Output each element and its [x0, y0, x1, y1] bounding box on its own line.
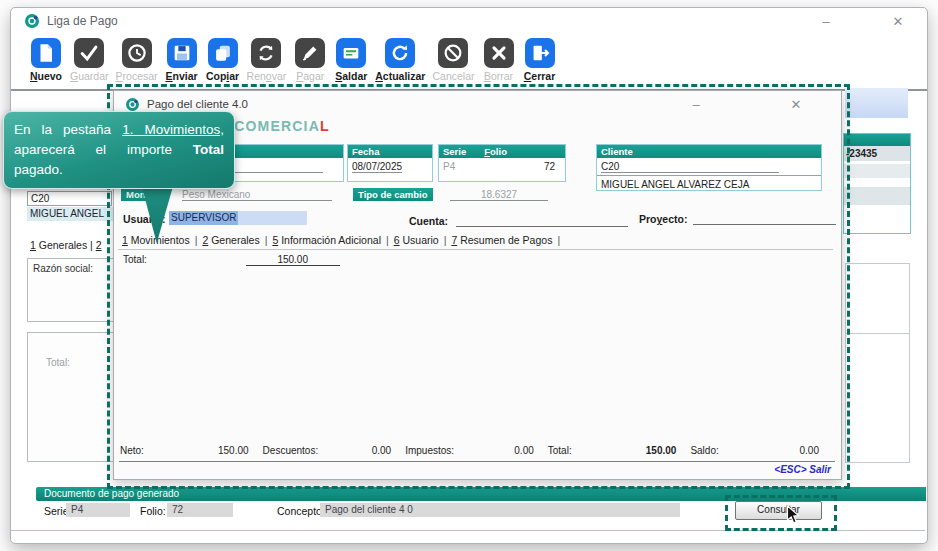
- footer-folio-label: Folio:: [140, 505, 166, 517]
- save-check-icon: [74, 38, 104, 68]
- minimize-button[interactable]: –: [811, 14, 841, 29]
- bg-total-label: Total:: [28, 333, 114, 368]
- serie-value: P4: [443, 161, 455, 172]
- total-pair: Total:150.00: [548, 445, 691, 456]
- contpaq-app-icon: [25, 14, 39, 28]
- moneda-value: Peso Mexicano: [182, 189, 332, 201]
- bg-highlight-panel: [845, 88, 908, 118]
- dialog-tab-strip: 1 Movimientos|2 Generales|5 Información …: [122, 234, 565, 246]
- window-title: Liga de Pago: [47, 14, 118, 28]
- footer-concepto-label: Concepto:: [277, 505, 325, 517]
- close-button[interactable]: ✕: [883, 14, 913, 29]
- footer-folio-field: 72: [167, 503, 233, 517]
- cliente-code-value[interactable]: C20: [597, 158, 821, 176]
- toolbar-button-actualizar[interactable]: Actualizar: [375, 38, 425, 82]
- copy-icon: [208, 38, 238, 68]
- serie-label: Serie: [443, 145, 466, 158]
- contpaq-dialog-icon: [126, 98, 139, 111]
- dialog-close-button[interactable]: ✕: [781, 97, 811, 112]
- toolbar-button-nuevo[interactable]: Nuevo: [29, 38, 63, 82]
- toolbar-button-guardar[interactable]: Guardar: [70, 38, 109, 82]
- cliente-label: Cliente: [601, 145, 633, 158]
- consultar-button[interactable]: Consultar: [735, 501, 822, 520]
- toolbar-button-pagar[interactable]: Pagar: [293, 38, 327, 82]
- exit-door-icon: [525, 38, 555, 68]
- bg-cliente-name-field: MIGUEL ANGEL: [27, 207, 116, 221]
- screenshot-stage: Liga de Pago – ✕ Nuevo Guardar: [0, 0, 938, 551]
- cliente-box: Cliente C20 MIGUEL ANGEL ALVAREZ CEJA: [596, 144, 822, 191]
- toolbar-button-cerrar[interactable]: Cerrar: [523, 38, 557, 82]
- toolbar-button-copiar[interactable]: Copiar: [206, 38, 240, 82]
- send-floppy-icon: [167, 38, 197, 68]
- tab-usuario[interactable]: 6 Usuario: [394, 234, 439, 246]
- folio-label: Folio: [484, 145, 507, 158]
- bg-razon-social-label: Razón social:: [28, 259, 114, 274]
- descuentos-pair: Descuentos:0.00: [263, 445, 406, 456]
- bg-panel-upper: [845, 263, 910, 335]
- cuenta-label: Cuenta:: [409, 215, 448, 227]
- fecha-box: Fecha 08/07/2025: [347, 144, 433, 182]
- tipo-cambio-label: Tipo de cambio: [353, 188, 433, 201]
- new-document-icon: [31, 38, 61, 68]
- cuenta-field[interactable]: [456, 213, 628, 227]
- dialog-title: Pago del cliente 4.0: [147, 98, 248, 110]
- footer-serie-field: P4: [66, 503, 130, 517]
- pay-pen-icon: [295, 38, 325, 68]
- proyecto-label: Proyecto:: [639, 213, 687, 225]
- usuario-field[interactable]: SUPERVISOR: [169, 211, 307, 225]
- neto-pair: Neto:150.00: [120, 445, 263, 456]
- impuestos-pair: Impuestos:0.00: [405, 445, 548, 456]
- toolbar-button-borrar[interactable]: Borrar: [482, 38, 516, 82]
- bg-total-box: Total:: [27, 332, 115, 462]
- fecha-label: Fecha: [352, 145, 379, 158]
- main-toolbar: Nuevo Guardar Procesar Enviar: [11, 34, 927, 91]
- callout-movimientos-link: 1. Movimientos,: [122, 122, 224, 137]
- toolbar-button-enviar[interactable]: Enviar: [165, 38, 199, 82]
- settle-banknote-icon: [336, 38, 366, 68]
- window-titlebar: Liga de Pago – ✕: [11, 8, 927, 34]
- toolbar-button-cancelar[interactable]: Cancelar: [432, 38, 474, 82]
- total-label: Total:: [123, 254, 147, 265]
- folio-value: 72: [455, 161, 561, 172]
- total-value[interactable]: 150.00: [246, 254, 340, 266]
- mouse-cursor: [786, 505, 801, 529]
- bg-folio-box-header: [844, 134, 910, 146]
- bg-panel-lower: [845, 333, 910, 463]
- cancel-prohibited-icon: [438, 38, 468, 68]
- tab-resumen-de-pagos[interactable]: 7 Resumen de Pagos: [451, 234, 552, 246]
- bg-folio-box: -23435: [843, 133, 911, 234]
- saldo-pair: Saldo:0.00: [690, 445, 833, 456]
- footer-concepto-field: Pago del cliente 4 0: [320, 503, 680, 517]
- delete-x-icon: [484, 38, 514, 68]
- toolbar-button-procesar[interactable]: Procesar: [116, 38, 158, 82]
- proyecto-field[interactable]: [693, 211, 836, 225]
- documento-generado-header: Documento de pago generado: [36, 487, 926, 501]
- bg-doc-number: -23435: [844, 146, 910, 161]
- renew-sync-icon: [251, 38, 281, 68]
- tipo-cambio-value: 18.6327: [450, 189, 548, 201]
- dialog-totals-row: Neto:150.00 Descuentos:0.00 Impuestos:0.…: [120, 445, 833, 456]
- tab-generales[interactable]: 2 Generales: [202, 234, 259, 246]
- usuario-value: SUPERVISOR: [169, 211, 238, 225]
- bg-razon-social-box: Razón social:: [27, 258, 115, 322]
- tab-informacion-adicional[interactable]: 5 Información Adicional: [272, 234, 381, 246]
- fecha-value[interactable]: 08/07/2025: [348, 158, 432, 173]
- esc-salir-link[interactable]: <ESC> Salir: [774, 464, 831, 475]
- bg-cliente-code-field[interactable]: C20: [27, 191, 112, 206]
- refresh-icon: [385, 38, 415, 68]
- process-clock-icon: [122, 38, 152, 68]
- movimientos-total-row: Total: 150.00: [123, 254, 340, 266]
- toolbar-button-saldar[interactable]: Saldar: [334, 38, 368, 82]
- bg-tab-generales[interactable]: 1 Generales | 2: [30, 239, 114, 251]
- toolbar-button-renovar[interactable]: Renovar: [247, 38, 287, 82]
- serie-folio-box: Serie Folio P4 72: [438, 144, 566, 182]
- dialog-minimize-button[interactable]: –: [681, 97, 711, 112]
- cliente-name-value: MIGUEL ANGEL ALVAREZ CEJA: [597, 176, 821, 190]
- callout-tooltip: En la pestaña 1. Movimientos, aparecerá …: [3, 111, 235, 189]
